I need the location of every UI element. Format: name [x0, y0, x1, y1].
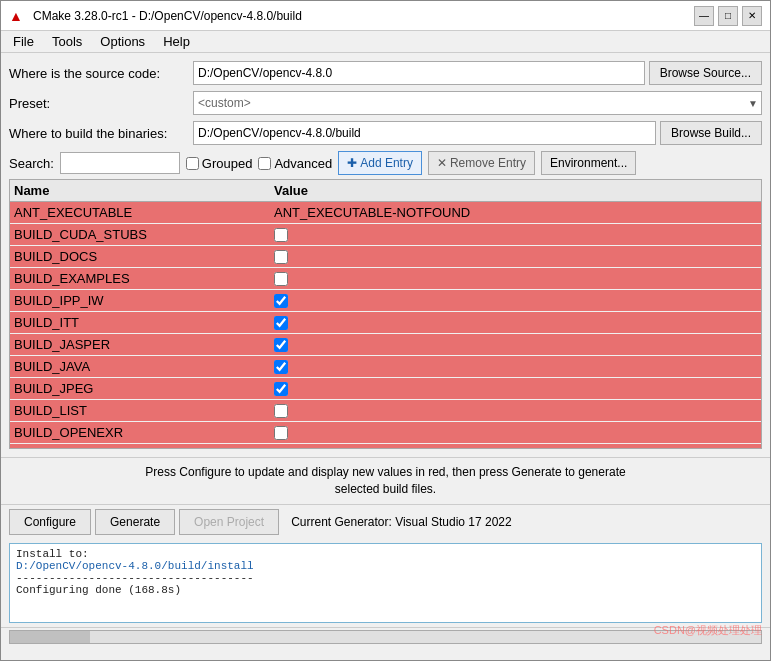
configure-button[interactable]: Configure — [9, 509, 91, 535]
browse-source-button[interactable]: Browse Source... — [649, 61, 762, 85]
hscroll-thumb[interactable] — [10, 631, 90, 643]
table-row[interactable]: BUILD_LIST — [10, 400, 761, 422]
col-value-header: Value — [274, 183, 757, 198]
row-checkbox[interactable] — [274, 250, 288, 264]
browse-build-button[interactable]: Browse Build... — [660, 121, 762, 145]
row-name: BUILD_IPP_IW — [14, 293, 274, 308]
grouped-label-text: Grouped — [202, 156, 253, 171]
row-name: BUILD_JAVA — [14, 359, 274, 374]
generate-button[interactable]: Generate — [95, 509, 175, 535]
table-row[interactable]: BUILD_ITT — [10, 312, 761, 334]
row-checkbox[interactable] — [274, 272, 288, 286]
table-row[interactable]: BUILD_IPP_IW — [10, 290, 761, 312]
menu-file[interactable]: File — [5, 32, 42, 51]
generator-label: Current Generator: Visual Studio 17 2022 — [291, 515, 512, 529]
search-input[interactable] — [60, 152, 180, 174]
table-row[interactable]: BUILD_JASPER — [10, 334, 761, 356]
table-header: Name Value — [10, 180, 761, 202]
table-row[interactable]: BUILD_OPENEXR — [10, 422, 761, 444]
grouped-checkbox[interactable] — [186, 157, 199, 170]
preset-label: Preset: — [9, 96, 189, 111]
row-value — [274, 316, 757, 330]
row-checkbox[interactable] — [274, 404, 288, 418]
row-checkbox[interactable] — [274, 228, 288, 242]
row-checkbox[interactable] — [274, 360, 288, 374]
row-checkbox[interactable] — [274, 448, 288, 450]
table-row[interactable]: BUILD_CUDA_STUBS — [10, 224, 761, 246]
row-name: BUILD_EXAMPLES — [14, 271, 274, 286]
binaries-input[interactable] — [193, 121, 656, 145]
row-value — [274, 272, 757, 286]
binaries-label: Where to build the binaries: — [9, 126, 189, 141]
table-row[interactable]: BUILD_DOCS — [10, 246, 761, 268]
row-value — [274, 404, 757, 418]
add-entry-button[interactable]: ✚ Add Entry — [338, 151, 422, 175]
log-area[interactable]: Install to:D:/OpenCV/opencv-4.8.0/build/… — [9, 543, 762, 623]
log-line: Install to: — [16, 548, 755, 560]
table-row[interactable]: BUILD_JAVA — [10, 356, 761, 378]
window-title: CMake 3.28.0-rc1 - D:/OpenCV/opencv-4.8.… — [33, 9, 686, 23]
search-label: Search: — [9, 156, 54, 171]
window-controls: — □ ✕ — [694, 6, 762, 26]
status-bar: Press Configure to update and display ne… — [1, 457, 770, 504]
remove-entry-icon: ✕ — [437, 156, 447, 170]
row-checkbox[interactable] — [274, 316, 288, 330]
close-button[interactable]: ✕ — [742, 6, 762, 26]
row-checkbox[interactable] — [274, 294, 288, 308]
table-row[interactable]: ANT_EXECUTABLEANT_EXECUTABLE-NOTFOUND — [10, 202, 761, 224]
row-value — [274, 228, 757, 242]
advanced-checkbox[interactable] — [258, 157, 271, 170]
grouped-checkbox-label[interactable]: Grouped — [186, 156, 253, 171]
minimize-button[interactable]: — — [694, 6, 714, 26]
advanced-label-text: Advanced — [274, 156, 332, 171]
cmake-table[interactable]: Name Value ANT_EXECUTABLEANT_EXECUTABLE-… — [9, 179, 762, 449]
row-name: BUILD_DOCS — [14, 249, 274, 264]
row-name: BUILD_JASPER — [14, 337, 274, 352]
row-checkbox[interactable] — [274, 338, 288, 352]
row-value — [274, 360, 757, 374]
add-entry-icon: ✚ — [347, 156, 357, 170]
table-row[interactable]: BUILD_JPEG — [10, 378, 761, 400]
log-line: Configuring done (168.8s) — [16, 584, 755, 596]
row-value — [274, 426, 757, 440]
row-checkbox[interactable] — [274, 382, 288, 396]
toolbar-row: Search: Grouped Advanced ✚ Add Entry ✕ R… — [9, 151, 762, 175]
menu-options[interactable]: Options — [92, 32, 153, 51]
remove-entry-label: Remove Entry — [450, 156, 526, 170]
row-value — [274, 448, 757, 450]
row-name: BUILD_JPEG — [14, 381, 274, 396]
log-line: D:/OpenCV/opencv-4.8.0/build/install — [16, 560, 755, 572]
preset-select-wrapper: <custom> ▼ — [193, 91, 762, 115]
environment-button[interactable]: Environment... — [541, 151, 636, 175]
col-name-header: Name — [14, 183, 274, 198]
row-name: BUILD_ITT — [14, 315, 274, 330]
source-label: Where is the source code: — [9, 66, 189, 81]
bottom-buttons: Configure Generate Open Project Current … — [1, 504, 770, 539]
log-line: ------------------------------------ — [16, 572, 755, 584]
row-checkbox[interactable] — [274, 426, 288, 440]
app-icon: ▲ — [9, 8, 25, 24]
source-row: Where is the source code: Browse Source.… — [9, 61, 762, 85]
binaries-row: Where to build the binaries: Browse Buil… — [9, 121, 762, 145]
menu-tools[interactable]: Tools — [44, 32, 90, 51]
advanced-checkbox-label[interactable]: Advanced — [258, 156, 332, 171]
table-row[interactable]: BUILD_EXAMPLES — [10, 268, 761, 290]
remove-entry-button[interactable]: ✕ Remove Entry — [428, 151, 535, 175]
horizontal-scrollbar[interactable] — [9, 630, 762, 644]
row-value — [274, 382, 757, 396]
source-input[interactable] — [193, 61, 645, 85]
row-name: BUILD_CUDA_STUBS — [14, 227, 274, 242]
main-window: ▲ CMake 3.28.0-rc1 - D:/OpenCV/opencv-4.… — [0, 0, 771, 661]
preset-row: Preset: <custom> ▼ — [9, 91, 762, 115]
main-content: Where is the source code: Browse Source.… — [1, 53, 770, 457]
bottom-scroll-area — [1, 627, 770, 646]
status-text: Press Configure to update and display ne… — [145, 465, 625, 496]
row-name: ANT_EXECUTABLE — [14, 205, 274, 220]
menu-help[interactable]: Help — [155, 32, 198, 51]
open-project-button[interactable]: Open Project — [179, 509, 279, 535]
preset-select[interactable]: <custom> — [193, 91, 762, 115]
table-row[interactable]: BUILD_OPENJPEG — [10, 444, 761, 449]
title-bar: ▲ CMake 3.28.0-rc1 - D:/OpenCV/opencv-4.… — [1, 1, 770, 31]
row-value — [274, 294, 757, 308]
maximize-button[interactable]: □ — [718, 6, 738, 26]
